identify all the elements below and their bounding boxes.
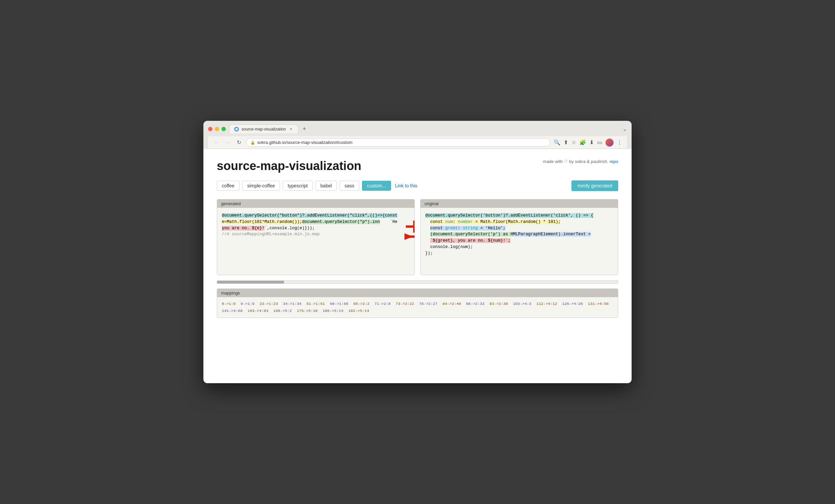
traffic-lights	[208, 127, 226, 131]
search-icon[interactable]: 🔍	[554, 139, 561, 146]
mapping-item: 34->1:34	[283, 302, 304, 306]
mapping-item: 9->1:9	[241, 302, 257, 306]
filter-coffee[interactable]: coffee	[217, 181, 240, 191]
browser-tab[interactable]: source-map-visualization ✕	[229, 124, 299, 134]
browser-titlebar: source-map-visualization ✕ + ⌄	[208, 124, 627, 134]
new-tab-button[interactable]: +	[300, 124, 309, 134]
mapping-item: 168->5:2	[273, 308, 294, 313]
browser-chrome: source-map-visualization ✕ + ⌄ ← → ↻ 🔒 s…	[203, 121, 632, 149]
mapping-item: 73->2:22	[396, 302, 416, 306]
extension-icon[interactable]: 🧩	[579, 139, 586, 146]
forward-button[interactable]: →	[224, 139, 232, 146]
link-this-link[interactable]: Link to this	[395, 183, 418, 188]
tab-favicon	[234, 127, 239, 132]
maximize-button[interactable]	[222, 127, 226, 131]
orig-line-3: const greet: string = 'Hello';	[425, 225, 613, 231]
mapping-item: 23->1:23	[260, 302, 280, 306]
scrollbar-thumb[interactable]	[217, 281, 284, 283]
attribution-text: made with ♡ by sokra & paulirish.	[543, 159, 609, 164]
reload-button[interactable]: ↻	[236, 139, 243, 146]
mapping-item: 71->2:8	[374, 302, 393, 306]
minimize-button[interactable]	[215, 127, 219, 131]
mapping-item: 60->1:60	[330, 302, 351, 306]
original-panel: original document.querySelector('button'…	[420, 199, 618, 275]
orig-line-7: });	[425, 250, 613, 257]
mapping-item: 84->2:49	[443, 302, 463, 306]
mapping-item: 126->4:26	[562, 302, 585, 306]
mapping-item: 163->4:93	[248, 308, 271, 313]
filter-babel[interactable]: babel	[315, 181, 337, 191]
mappings-header: mappings	[217, 289, 618, 297]
mapping-item: 51->1:51	[306, 302, 327, 306]
repo-link[interactable]: repo	[610, 159, 618, 164]
tab-title: source-map-visualization	[242, 127, 286, 132]
mapping-item: 112->4:12	[536, 302, 559, 306]
close-button[interactable]	[208, 127, 212, 131]
mapping-item: 0->1:0	[222, 302, 238, 306]
sidebar-icon[interactable]: ▭	[597, 139, 602, 146]
browser-window: source-map-visualization ✕ + ⌄ ← → ↻ 🔒 s…	[203, 121, 632, 383]
gen-line-4: //# sourceMappingURL=example.min.js.map	[222, 231, 410, 238]
svg-point-0	[235, 128, 238, 130]
generated-panel: generated document.querySelector("button…	[217, 199, 415, 275]
mapping-item: 103->4:3	[513, 302, 534, 306]
mappings-body: 0->1:0 9->1:9 23->1:23 34->1:34 51->1:51…	[217, 297, 618, 318]
page-title: source-map-visualization	[217, 159, 361, 173]
orig-line-4: (document.querySelector('p') as HMLParag…	[425, 231, 613, 238]
filter-typescript[interactable]: typescript	[283, 181, 313, 191]
mapping-item: 131->4:56	[588, 302, 609, 306]
arrow-left-icon	[405, 230, 414, 243]
mapping-item: 78->2:27	[419, 302, 440, 306]
bookmark-icon[interactable]: ☆	[571, 139, 576, 146]
gen-line-2: e=Math.floor(101*Math.random());document…	[222, 219, 410, 225]
scrollbar-area[interactable]	[217, 280, 618, 284]
url-display: sokra.github.io/source-map-visualization…	[257, 140, 546, 145]
minify-button[interactable]: minify generated	[571, 180, 618, 191]
filter-bar: coffee simple-coffee typescript babel sa…	[217, 180, 618, 191]
mapping-item: 88->2:33	[466, 302, 487, 306]
panels-container: generated document.querySelector("button…	[217, 199, 618, 275]
mapping-item: 93->2:38	[489, 302, 510, 306]
filter-simple-coffee[interactable]: simple-coffee	[242, 181, 280, 191]
orig-line-6: console.log(num);	[425, 244, 613, 250]
generated-panel-header: generated	[217, 199, 414, 208]
page-header: source-map-visualization made with ♡ by …	[217, 159, 618, 173]
gen-line-3: you are no. ${e}!`,console.log(e)}));	[222, 225, 410, 231]
download-icon[interactable]: ⬇	[589, 139, 594, 146]
menu-icon[interactable]: ⋮	[617, 139, 622, 146]
filter-custom[interactable]: custom...	[362, 181, 391, 191]
mapping-item: 182->5:14	[348, 308, 369, 313]
mapping-item: 176->5:10	[297, 308, 320, 313]
tab-bar: source-map-visualization ✕ + ⌄	[229, 124, 627, 134]
attribution: made with ♡ by sokra & paulirish. repo	[543, 159, 618, 164]
mapping-item: 65->2:2	[353, 302, 372, 306]
tab-close-icon[interactable]: ✕	[289, 127, 293, 132]
mapping-item: 141->4:68	[222, 308, 245, 313]
mapping-item: 180->5:14	[323, 308, 346, 313]
mappings-panel: mappings 0->1:0 9->1:9 23->1:23 34->1:34…	[217, 288, 618, 318]
user-avatar[interactable]	[606, 139, 613, 146]
generated-panel-body[interactable]: document.querySelector("button")?.addEve…	[217, 208, 414, 275]
share-icon[interactable]: ⬆	[564, 139, 568, 146]
original-panel-body[interactable]: document.querySelector('button')?.addEve…	[421, 208, 618, 275]
back-button[interactable]: ←	[213, 139, 221, 146]
orig-line-5: `${greet}, you are no. ${num}!`;	[425, 238, 613, 244]
lock-icon: 🔒	[250, 140, 255, 145]
address-box[interactable]: 🔒 sokra.github.io/source-map-visualizati…	[246, 138, 550, 146]
filter-sass[interactable]: sass	[340, 181, 359, 191]
panels-wrapper: generated document.querySelector("button…	[217, 199, 618, 275]
original-panel-header: original	[421, 199, 618, 208]
browser-addressbar: ← → ↻ 🔒 sokra.github.io/source-map-visua…	[208, 136, 627, 149]
page-content: source-map-visualization made with ♡ by …	[203, 149, 632, 383]
tab-overflow-button[interactable]: ⌄	[623, 126, 627, 132]
gen-line-1: document.querySelector("button")?.addEve…	[222, 213, 410, 219]
orig-line-2: const num: number = Math.floor(Math.rand…	[425, 219, 613, 225]
orig-line-1: document.querySelector('button')?.addEve…	[425, 213, 613, 219]
toolbar-icons: 🔍 ⬆ ☆ 🧩 ⬇ ▭ ⋮	[554, 139, 622, 146]
